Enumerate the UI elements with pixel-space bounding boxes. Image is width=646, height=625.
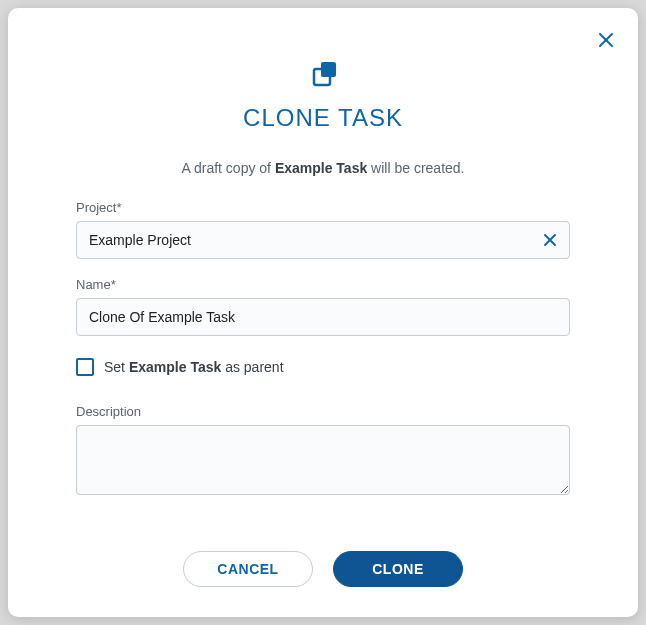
set-parent-task-name: Example Task: [129, 359, 221, 375]
set-parent-prefix: Set: [104, 359, 129, 375]
name-input-wrap: [76, 298, 570, 336]
subtitle-prefix: A draft copy of: [181, 160, 274, 176]
project-input-wrap: [76, 221, 570, 259]
dialog-subtitle: A draft copy of Example Task will be cre…: [32, 160, 614, 176]
set-parent-suffix: as parent: [221, 359, 283, 375]
subtitle-suffix: will be created.: [367, 160, 464, 176]
project-clear-button[interactable]: [538, 228, 562, 252]
project-input[interactable]: [76, 221, 570, 259]
close-icon: [598, 32, 614, 48]
svg-rect-3: [321, 62, 336, 77]
button-row: CANCEL CLONE: [76, 551, 570, 587]
clone-button[interactable]: CLONE: [333, 551, 463, 587]
set-parent-checkbox[interactable]: [76, 358, 94, 376]
name-input[interactable]: [76, 298, 570, 336]
set-parent-row: Set Example Task as parent: [76, 358, 570, 376]
project-label: Project*: [76, 200, 570, 215]
subtitle-task-name: Example Task: [275, 160, 367, 176]
description-input[interactable]: [76, 425, 570, 495]
cancel-button[interactable]: CANCEL: [183, 551, 313, 587]
form-area: Project* Name* Set Example Task as paren…: [32, 200, 614, 587]
clear-icon: [543, 233, 557, 247]
clone-task-dialog: CLONE TASK A draft copy of Example Task …: [8, 8, 638, 617]
dialog-title: CLONE TASK: [32, 104, 614, 132]
description-label: Description: [76, 404, 570, 419]
name-label: Name*: [76, 277, 570, 292]
close-button[interactable]: [592, 26, 620, 54]
set-parent-label: Set Example Task as parent: [104, 359, 284, 375]
clone-icon: [32, 58, 614, 90]
